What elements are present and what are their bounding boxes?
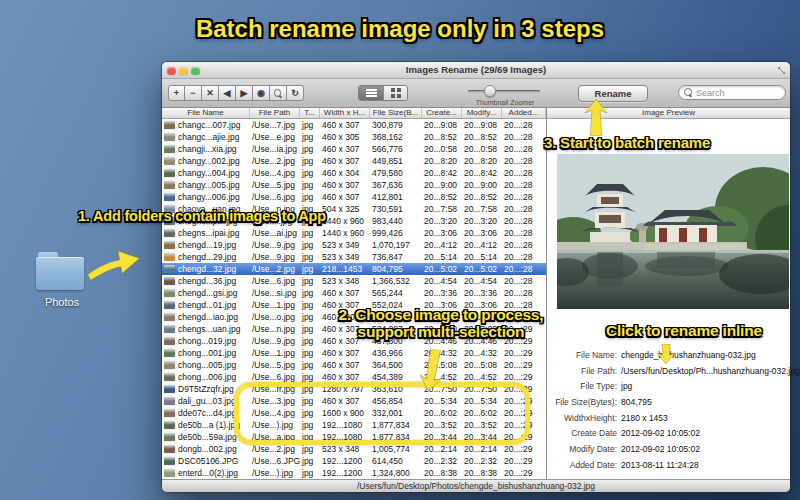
thumbnail-zoomer-label: Thumbnail Zoomer bbox=[450, 99, 560, 106]
minimize-button[interactable] bbox=[179, 67, 188, 76]
arrow-to-filename-icon bbox=[656, 344, 676, 364]
thumbnail-zoomer-knob[interactable] bbox=[484, 85, 496, 97]
cell: 20...4:54 bbox=[462, 275, 502, 287]
arrow-to-rename-icon bbox=[584, 99, 608, 136]
cell: changy...004.jpg bbox=[162, 167, 250, 179]
add-button[interactable]: + bbox=[168, 85, 185, 101]
preview-field-label: Create Date bbox=[547, 426, 617, 442]
preview-field-label: File Name: bbox=[547, 348, 617, 364]
table-row[interactable]: chong...001.jpg/Use...1.jpgjpg460 x 3074… bbox=[162, 347, 546, 359]
table-row[interactable]: changy...005.jpg/Use...5.jpgjpg460 x 307… bbox=[162, 179, 546, 191]
cell: 1,366,532 bbox=[370, 275, 422, 287]
cell: /Use...6.jpg bbox=[250, 275, 300, 287]
previous-button[interactable]: ◀ bbox=[219, 85, 236, 101]
cell: 804,795 bbox=[370, 263, 422, 275]
column-header-6[interactable]: Modify... bbox=[462, 108, 502, 118]
cell: /Use...1.jpg bbox=[250, 299, 300, 311]
preview-field-value[interactable]: 2013-08-11 11:24:28 bbox=[621, 458, 699, 474]
cell: changji...xia.jpg bbox=[162, 143, 250, 155]
preview-field-value[interactable]: 2180 x 1453 bbox=[621, 411, 668, 427]
cell: 20...8:42 bbox=[422, 167, 462, 179]
close-button[interactable] bbox=[167, 67, 176, 76]
toolbar-button-group: +−✕◀▶◉↻ bbox=[168, 85, 304, 101]
column-header-4[interactable]: File Size(B... bbox=[370, 108, 422, 118]
preview-field-value[interactable]: 2012-09-02 10:05:02 bbox=[621, 426, 700, 442]
preview-field: File Type:jpg bbox=[547, 379, 789, 395]
table-row[interactable]: changy...004.jpg/Use...4.jpgjpg460 x 304… bbox=[162, 167, 546, 179]
cell: chengd...19.jpg bbox=[162, 239, 250, 251]
cell: /Use...2.jpg bbox=[250, 155, 300, 167]
preview-field-value[interactable]: /Users/fun/Desktop/Ph...hushanzhuang-032… bbox=[621, 364, 800, 380]
delete-button[interactable]: ✕ bbox=[202, 85, 219, 101]
table-row[interactable]: chengd...gsi.jpg/Use...si.jpgjpg460 x 30… bbox=[162, 287, 546, 299]
zoom-button[interactable] bbox=[270, 85, 287, 101]
table-row[interactable]: chegns...ipai.jpg/Use...ai.jpgjpg1440 x … bbox=[162, 227, 546, 239]
table-row[interactable]: chengd...32.jpg/Use...2.jpgjpg218...1453… bbox=[162, 263, 546, 275]
thumbnail-zoomer-track[interactable] bbox=[468, 90, 540, 93]
preview-field-value[interactable]: 2012-09-02 10:05:02 bbox=[621, 442, 700, 458]
cell: 523 x 349 bbox=[320, 239, 370, 251]
table-row[interactable]: chong...005.jpg/Use...5.jpgjpg460 x 3073… bbox=[162, 359, 546, 371]
view-mode-segmented-control bbox=[358, 85, 408, 101]
cell: chong...001.jpg bbox=[162, 347, 250, 359]
quick-look-button[interactable]: ◉ bbox=[253, 85, 270, 101]
table-row[interactable]: chengd...19.jpg/Use...9.jpgjpg523 x 3491… bbox=[162, 239, 546, 251]
table-row[interactable]: enterd...0(2).jpg/Use...).jpgjpg192...12… bbox=[162, 467, 546, 479]
column-header-7[interactable]: Added... bbox=[502, 108, 546, 118]
column-header-2[interactable]: T... bbox=[300, 108, 320, 118]
table-row[interactable]: chengd...36.jpg/Use...6.jpgjpg523 x 3481… bbox=[162, 275, 546, 287]
cell: /Use...o.jpg bbox=[250, 311, 300, 323]
window-titlebar[interactable]: Images Rename (29/69 Images) bbox=[162, 62, 790, 79]
table-row[interactable]: changc...ajie.jpg/Use...e.jpgjpg460 x 30… bbox=[162, 131, 546, 143]
preview-field-label: File Path: bbox=[547, 364, 617, 380]
cell: chegns...ipai.jpg bbox=[162, 227, 250, 239]
thumbnail-icon bbox=[164, 253, 175, 261]
cell: 20...:28 bbox=[502, 131, 546, 143]
fullscreen-icon[interactable] bbox=[777, 66, 786, 75]
cell: 20...:28 bbox=[502, 275, 546, 287]
cell: jpg bbox=[300, 323, 320, 335]
cell: jpg bbox=[300, 179, 320, 191]
cell: 20...8:20 bbox=[422, 155, 462, 167]
refresh-button[interactable]: ↻ bbox=[287, 85, 304, 101]
preview-field-value[interactable]: chengde_bishushanzhuang-032.jpg bbox=[621, 348, 756, 364]
preview-field-label: Added Date: bbox=[547, 458, 617, 474]
search-input[interactable]: Search bbox=[678, 85, 786, 100]
thumbnail-icon bbox=[164, 397, 175, 405]
remove-button[interactable]: − bbox=[185, 85, 202, 101]
cell: jpg bbox=[300, 335, 320, 347]
list-view-button[interactable] bbox=[359, 86, 383, 100]
window-title: Images Rename (29/69 Images) bbox=[162, 62, 790, 78]
cell: jpg bbox=[300, 467, 320, 479]
cell: 20...:28 bbox=[502, 179, 546, 191]
table-row[interactable]: chengd...29.jpg/Use...9.jpgjpg523 x 3497… bbox=[162, 251, 546, 263]
cell: 20...:29 bbox=[502, 467, 546, 479]
table-row[interactable]: changy...006.jpg/Use...6.jpgjpg460 x 307… bbox=[162, 191, 546, 203]
column-header-5[interactable]: Create... bbox=[422, 108, 462, 118]
table-row[interactable]: DSC05106.JPG/Use...6.JPGjpg192...1200614… bbox=[162, 455, 546, 467]
cell: chengd...29.jpg bbox=[162, 251, 250, 263]
zoom-window-button[interactable] bbox=[191, 67, 200, 76]
column-header-3[interactable]: Width x H... bbox=[320, 108, 370, 118]
cell: 20...8:42 bbox=[462, 167, 502, 179]
photos-folder-icon[interactable]: Photos bbox=[36, 250, 88, 312]
cell: 20...9:00 bbox=[422, 179, 462, 191]
next-button[interactable]: ▶ bbox=[236, 85, 253, 101]
thumbnail-icon bbox=[164, 337, 175, 345]
table-row[interactable]: changy...002.jpg/Use...2.jpgjpg460 x 307… bbox=[162, 155, 546, 167]
cell: 1440 x 960 bbox=[320, 215, 370, 227]
table-row[interactable]: changc...007.jpg/Use...7.jpgjpg460 x 307… bbox=[162, 119, 546, 131]
preview-field-value[interactable]: jpg bbox=[621, 379, 632, 395]
cell: 218...1453 bbox=[320, 263, 370, 275]
grid-view-icon bbox=[391, 88, 395, 92]
thumbnail-icon bbox=[164, 445, 175, 453]
thumbnail-icon bbox=[164, 469, 175, 477]
cell: 20...8:38 bbox=[462, 467, 502, 479]
folder-body bbox=[36, 257, 84, 290]
cell: chong...019.jpg bbox=[162, 335, 250, 347]
grid-view-button[interactable] bbox=[383, 86, 407, 100]
column-header-0[interactable]: File Name bbox=[162, 108, 250, 118]
column-header-1[interactable]: File Path bbox=[250, 108, 300, 118]
preview-field-value[interactable]: 804,795 bbox=[621, 395, 652, 411]
table-row[interactable]: changji...xia.jpg/Use...ia.jpgjpg460 x 3… bbox=[162, 143, 546, 155]
